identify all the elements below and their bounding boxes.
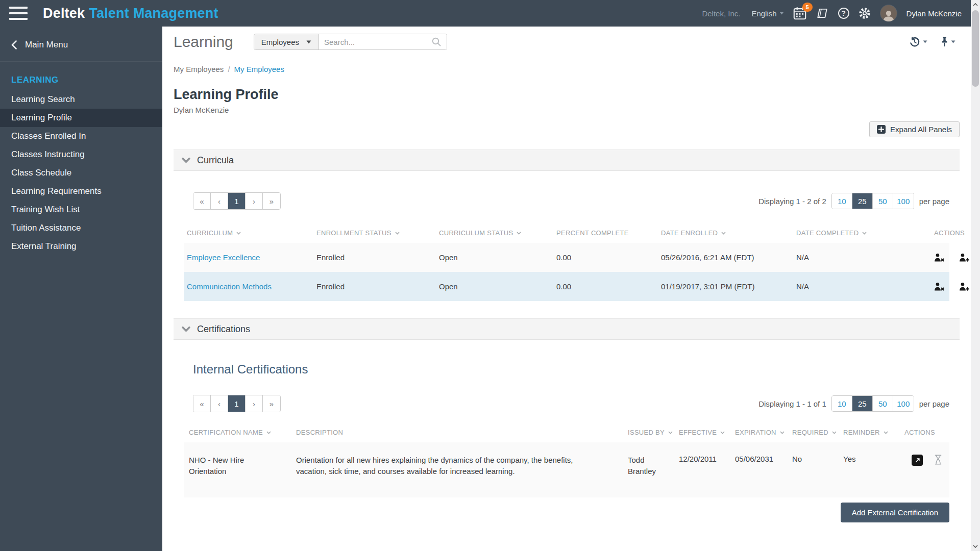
page-size-25[interactable]: 25 [852,396,873,411]
prev-page-button[interactable]: ‹ [211,193,228,209]
curriculum-link[interactable]: Employee Excellence [184,253,316,262]
col-issued-by[interactable]: ISSUED BY [628,429,679,436]
language-label: English [751,9,776,18]
curricula-page-sizes: 10 25 50 100 [831,193,914,209]
help-icon[interactable]: ? [838,8,849,19]
page-1-button[interactable]: 1 [228,193,246,209]
remove-user-icon[interactable] [934,253,945,262]
curricula-displaying-text: Displaying 1 - 2 of 2 [758,197,826,206]
hourglass-icon[interactable] [934,455,942,465]
breadcrumb-my-employees-link[interactable]: My Employees [234,65,284,73]
sidebar-item-class-schedule[interactable]: Class Schedule [0,164,162,182]
date-completed-value: N/A [796,282,934,291]
history-dropdown[interactable] [909,36,927,47]
effective-value: 12/20/2011 [679,455,735,463]
gear-icon[interactable] [859,7,871,19]
page-size-10[interactable]: 10 [832,193,852,209]
sidebar-item-external-training[interactable]: External Training [0,237,162,256]
reminder-value: Yes [843,455,904,463]
page-size-10[interactable]: 10 [832,396,852,411]
sidebar-item-learning-search[interactable]: Learning Search [0,90,162,109]
next-page-button[interactable]: › [246,193,263,209]
date-enrolled-value: 05/26/2016, 6:21 AM (EDT) [661,253,796,262]
last-page-button[interactable]: » [263,193,280,209]
curriculum-link[interactable]: Communication Methods [184,282,316,291]
sort-caret-icon [517,232,521,235]
col-curriculum[interactable]: CURRICULUM [184,229,316,237]
module-title: Learning [174,33,233,51]
curricula-panel-header[interactable]: Curricula [174,149,960,171]
col-expiration[interactable]: EXPIRATION [735,429,792,436]
page-size-50[interactable]: 50 [873,193,893,209]
required-value: No [792,455,843,463]
sidebar-item-classes-instructing[interactable]: Classes Instructing [0,145,162,164]
certifications-pager-row: « ‹ 1 › » Displaying 1 - 1 of 1 10 25 50 [184,395,949,412]
search-scope-dropdown[interactable]: Employees [254,34,319,49]
sort-caret-icon [862,232,867,235]
plus-square-icon [877,125,886,134]
sidebar-item-classes-enrolled-in[interactable]: Classes Enrolled In [0,127,162,145]
sidebar-item-tuition-assistance[interactable]: Tuition Assistance [0,219,162,237]
col-date-enrolled[interactable]: DATE ENROLLED [661,229,796,237]
page-1-button[interactable]: 1 [228,395,246,412]
curricula-panel: Curricula « ‹ 1 › » Displaying 1 - 2 of … [174,149,960,301]
search-group: Employees [254,34,447,50]
expiration-value: 05/06/2031 [735,455,792,463]
col-percent-complete: PERCENT COMPLETE [556,229,661,237]
sort-caret-icon [780,431,785,434]
sidebar-item-training-wish-list[interactable]: Training Wish List [0,201,162,219]
remove-user-icon[interactable] [934,282,945,291]
company-name: Deltek, Inc. [702,9,740,18]
search-input[interactable] [319,34,426,49]
next-page-button[interactable]: › [246,395,263,412]
certifications-page-sizes: 10 25 50 100 [831,395,914,412]
col-effective[interactable]: EFFECTIVE [679,429,735,436]
breadcrumb-my-employees[interactable]: My Employees [174,65,224,73]
scroll-down-icon[interactable] [971,542,980,551]
chevron-down-icon [779,12,784,15]
search-icon[interactable] [426,34,447,49]
col-enrollment-status[interactable]: ENROLLMENT STATUS [316,229,439,237]
expand-all-panels-label: Expand All Panels [890,125,952,134]
page-size-25[interactable]: 25 [852,193,873,209]
page-size-100[interactable]: 100 [893,396,914,411]
page-size-100[interactable]: 100 [893,193,914,209]
col-date-completed[interactable]: DATE COMPLETED [796,229,934,237]
brand-logo: DeltekTalent Management [43,6,218,21]
pin-dropdown[interactable] [941,36,955,47]
certifications-panel-header[interactable]: Certifications [174,318,960,340]
module-header: Learning Employees [162,27,971,56]
certification-description-value: Orientation for all new hires explaining… [296,455,628,477]
language-dropdown[interactable]: English [751,9,783,18]
curriculum-status-value: Open [439,253,556,262]
hamburger-menu-icon[interactable] [9,7,28,20]
expand-all-panels-button[interactable]: Expand All Panels [869,121,960,137]
col-curriculum-status[interactable]: CURRICULUM STATUS [439,229,556,237]
col-required[interactable]: REQUIRED [792,429,843,436]
main-menu-back[interactable]: Main Menu [0,27,162,62]
prev-page-button[interactable]: ‹ [211,395,228,412]
enrollment-status-value: Enrolled [316,253,439,262]
certifications-table-header: CERTIFICATION NAME DESCRIPTION ISSUED BY… [184,429,949,436]
book-icon[interactable] [816,8,829,19]
user-avatar[interactable] [880,5,897,22]
col-certification-name[interactable]: CERTIFICATION NAME [184,429,296,436]
sort-caret-icon [884,431,888,434]
calendar-icon[interactable]: 5 [793,7,806,20]
last-page-button[interactable]: » [263,395,280,412]
sidebar-item-learning-profile[interactable]: Learning Profile [0,109,162,127]
page-size-50[interactable]: 50 [873,396,893,411]
first-page-button[interactable]: « [193,395,211,412]
sort-caret-icon [236,232,241,235]
curricula-pager: « ‹ 1 › » [193,192,281,210]
scrollbar-thumb[interactable] [972,10,979,87]
sidebar-item-learning-requirements[interactable]: Learning Requirements [0,182,162,201]
vertical-scrollbar[interactable] [971,0,980,551]
external-link-icon[interactable] [912,455,923,466]
scroll-up-icon[interactable] [971,0,980,9]
first-page-button[interactable]: « [193,193,211,209]
col-reminder[interactable]: REMINDER [843,429,904,436]
add-user-icon[interactable] [959,282,970,291]
add-user-icon[interactable] [959,253,970,262]
add-external-certification-button[interactable]: Add External Certification [841,503,949,522]
